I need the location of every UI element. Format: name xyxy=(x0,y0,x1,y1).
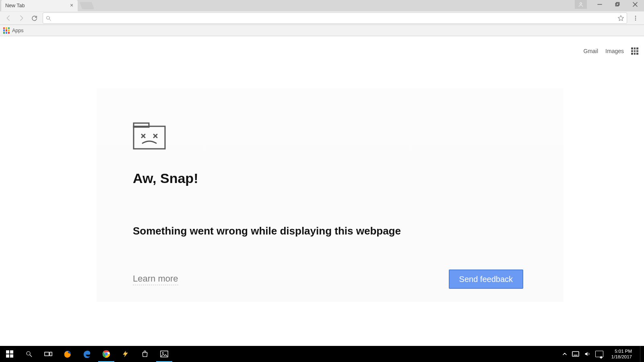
send-feedback-button[interactable]: Send feedback xyxy=(449,269,523,289)
profile-avatar-button[interactable] xyxy=(575,0,587,9)
svg-rect-19 xyxy=(6,354,9,358)
volume-icon xyxy=(584,351,590,357)
bookmark-star-icon[interactable] xyxy=(617,15,624,22)
page-content: Gmail Images Aw, Snap! Something went wr… xyxy=(0,36,644,346)
svg-point-29 xyxy=(162,352,163,354)
chevron-up-icon xyxy=(562,352,567,356)
svg-rect-24 xyxy=(50,352,52,356)
chrome-icon xyxy=(102,350,111,358)
taskbar-app-firefox[interactable] xyxy=(58,346,77,362)
tray-input-indicator[interactable] xyxy=(572,351,579,357)
google-apps-launcher-icon[interactable] xyxy=(631,47,638,55)
search-icon xyxy=(45,15,52,21)
svg-line-7 xyxy=(49,19,51,21)
image-icon xyxy=(160,350,168,358)
svg-rect-18 xyxy=(10,350,13,354)
gmail-link[interactable]: Gmail xyxy=(584,48,599,54)
new-tab-button[interactable] xyxy=(80,2,95,9)
svg-rect-30 xyxy=(572,352,579,356)
svg-rect-11 xyxy=(134,126,165,149)
svg-rect-20 xyxy=(10,354,13,358)
chrome-menu-button[interactable] xyxy=(630,12,642,24)
taskbar-app-chrome[interactable] xyxy=(97,346,116,362)
svg-point-21 xyxy=(27,352,30,355)
error-title: Aw, Snap! xyxy=(133,171,527,186)
error-message: Something went wrong while displaying th… xyxy=(133,225,527,237)
lightning-icon xyxy=(122,350,130,358)
notification-icon xyxy=(595,351,603,357)
browser-titlebar: New Tab × xyxy=(0,0,644,11)
back-button[interactable] xyxy=(2,12,14,24)
taskbar-app-store[interactable] xyxy=(135,346,155,362)
person-icon xyxy=(578,2,584,7)
learn-more-link[interactable]: Learn more xyxy=(133,274,178,285)
svg-rect-2 xyxy=(616,3,619,6)
minimize-icon xyxy=(597,2,602,7)
ntp-header-links: Gmail Images xyxy=(584,47,638,55)
omnibox[interactable] xyxy=(43,12,627,24)
reload-icon xyxy=(31,15,38,22)
tray-overflow-button[interactable] xyxy=(562,352,567,356)
svg-rect-3 xyxy=(617,2,619,5)
tray-time: 5:01 PM xyxy=(615,348,632,354)
windows-icon xyxy=(6,350,13,358)
forward-button[interactable] xyxy=(15,12,27,24)
svg-rect-23 xyxy=(45,352,49,356)
start-button[interactable] xyxy=(0,346,19,362)
search-icon xyxy=(25,350,33,358)
window-maximize-button[interactable] xyxy=(609,0,626,9)
svg-point-9 xyxy=(635,18,636,19)
firefox-icon xyxy=(63,350,72,358)
system-tray: 5:01 PM 1/18/2017 xyxy=(562,346,644,362)
tab-title: New Tab xyxy=(5,3,25,8)
apps-grid-icon[interactable] xyxy=(3,27,10,34)
error-card: Aw, Snap! Something went wrong while dis… xyxy=(97,88,564,302)
svg-rect-17 xyxy=(6,350,9,354)
kebab-icon xyxy=(632,15,639,21)
browser-toolbar xyxy=(0,11,644,25)
close-tab-icon[interactable]: × xyxy=(69,2,74,8)
svg-point-27 xyxy=(105,352,107,355)
taskbar-app-winamp[interactable] xyxy=(116,346,135,362)
window-close-button[interactable] xyxy=(626,0,644,9)
tray-clock[interactable]: 5:01 PM 1/18/2017 xyxy=(608,348,635,360)
arrow-left-icon xyxy=(5,14,12,22)
svg-rect-12 xyxy=(134,123,149,127)
show-desktop-button[interactable] xyxy=(640,346,642,362)
taskbar-app-photos[interactable] xyxy=(155,346,174,362)
window-minimize-button[interactable] xyxy=(591,0,609,9)
browser-tab[interactable]: New Tab × xyxy=(1,0,78,11)
edge-icon xyxy=(83,350,91,358)
task-view-icon xyxy=(44,351,52,357)
tray-date: 1/18/2017 xyxy=(611,354,632,360)
reload-button[interactable] xyxy=(28,12,40,24)
aw-snap-icon xyxy=(133,122,166,150)
task-view-button[interactable] xyxy=(39,346,58,362)
svg-point-8 xyxy=(635,16,636,16)
tray-action-center-button[interactable] xyxy=(595,351,603,357)
windows-taskbar: 5:01 PM 1/18/2017 xyxy=(0,346,644,362)
svg-line-22 xyxy=(30,355,32,357)
close-icon xyxy=(633,2,638,7)
svg-point-10 xyxy=(635,19,636,20)
apps-bookmark-link[interactable]: Apps xyxy=(12,28,24,33)
keyboard-icon xyxy=(572,351,579,357)
window-controls xyxy=(575,0,644,9)
tray-volume-button[interactable] xyxy=(584,351,590,357)
shopping-bag-icon xyxy=(141,350,149,358)
svg-point-0 xyxy=(580,2,582,4)
svg-point-6 xyxy=(47,16,50,19)
address-input[interactable] xyxy=(54,13,615,23)
taskbar-app-edge[interactable] xyxy=(77,346,97,362)
images-link[interactable]: Images xyxy=(605,48,624,54)
arrow-right-icon xyxy=(18,14,25,22)
bookmarks-bar: Apps xyxy=(0,25,644,36)
maximize-icon xyxy=(615,2,620,7)
taskbar-search-button[interactable] xyxy=(19,346,39,362)
